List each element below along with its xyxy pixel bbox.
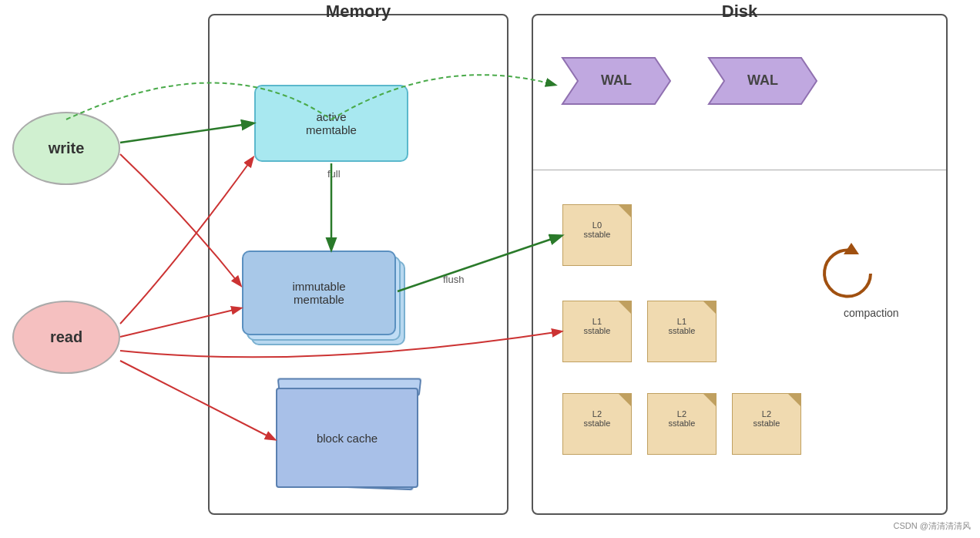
disk-title: Disk <box>722 2 757 22</box>
compaction-label: compaction <box>844 307 899 319</box>
wal2-label: WAL <box>747 72 778 88</box>
memory-title: Memory <box>326 2 391 22</box>
active-memtable: active memtable <box>254 85 408 162</box>
wal2-shape: WAL <box>701 54 824 108</box>
l2a-sstable: L2 sstable <box>562 393 632 455</box>
l0-label: L0 sstable <box>584 220 611 239</box>
block-cache-front: block cache <box>276 388 418 488</box>
wal1-label: WAL <box>601 72 632 88</box>
active-memtable-label: active memtable <box>306 110 357 136</box>
flush-label: flush <box>443 274 464 285</box>
write-ellipse: write <box>12 112 120 185</box>
wal1-shape: WAL <box>555 54 678 108</box>
l2a-label: L2 sstable <box>584 409 611 428</box>
read-ellipse: read <box>12 301 120 374</box>
immutable-memtable-label: immutable memtable <box>292 280 345 306</box>
l1b-sstable: L1 sstable <box>647 301 717 362</box>
write-label: write <box>49 140 85 157</box>
watermark: CSDN @清清清清风 <box>894 520 971 532</box>
full-label: full <box>327 168 341 180</box>
l1a-sstable: L1 sstable <box>562 301 632 362</box>
l2b-sstable: L2 sstable <box>647 393 717 455</box>
block-cache-label: block cache <box>317 432 378 445</box>
read-label: read <box>50 328 82 346</box>
l0-sstable: L0 sstable <box>562 204 632 266</box>
immutable-memtable: immutable memtable <box>242 251 396 335</box>
l2b-label: L2 sstable <box>669 409 696 428</box>
svg-marker-2 <box>844 243 859 254</box>
l2c-sstable: L2 sstable <box>732 393 801 455</box>
disk-divider <box>533 170 946 170</box>
diagram: Memory Disk write read active memtable i… <box>0 0 980 538</box>
l1b-label: L1 sstable <box>669 317 696 335</box>
l1a-label: L1 sstable <box>584 317 611 335</box>
l2c-label: L2 sstable <box>753 409 780 428</box>
compaction-icon <box>817 239 886 308</box>
